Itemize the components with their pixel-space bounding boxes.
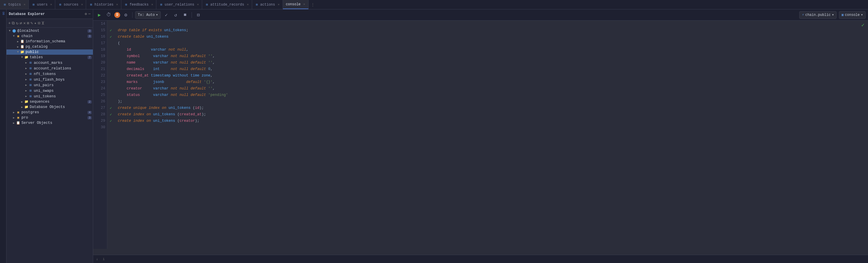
tab-topics[interactable]: ⊞ topics × <box>0 0 29 9</box>
code-token <box>144 66 153 72</box>
copy-icon[interactable]: ⧉ <box>12 21 15 26</box>
code-line: drop table if exists uni_tokens; <box>118 27 865 33</box>
tree-node-badge: 2 <box>88 100 92 104</box>
code-token: created_at <box>118 72 149 79</box>
tree-node-tables[interactable]: ▼📁tables7 <box>6 55 93 60</box>
tree-node-icon: ▣ <box>16 110 21 114</box>
code-token: creator <box>180 118 195 124</box>
tab-feedbacks[interactable]: ⊞ feedbacks × <box>121 0 156 9</box>
tab-close-users[interactable]: × <box>50 3 52 6</box>
tree-node-icon: ⊞ <box>28 94 33 98</box>
tab-close-attitude-records[interactable]: × <box>247 3 249 6</box>
tree-node-account_relations[interactable]: ▶⊞account_relations <box>6 66 93 71</box>
panel-title: Database Explorer <box>9 12 45 16</box>
tx-selector[interactable]: Tx: Auto ▾ <box>135 11 161 19</box>
tab-actions[interactable]: ⊞ actions × <box>252 0 283 9</box>
line-status-cell <box>108 85 113 92</box>
tree-node-public[interactable]: ▼📁public <box>6 50 93 55</box>
tab-close-console[interactable]: × <box>303 3 305 6</box>
commit-button[interactable]: ✓ <box>162 11 170 19</box>
tab-close-actions[interactable]: × <box>278 3 280 6</box>
delete-icon[interactable]: ✕ <box>23 21 26 26</box>
tree-node-chain[interactable]: ▼▣chain3 <box>6 33 93 39</box>
top-right-check: ✓ <box>861 22 865 28</box>
tree-node-icon: ▣ <box>16 116 21 120</box>
tree-node-label: public <box>26 50 92 54</box>
tab-close-user-relations[interactable]: × <box>197 3 199 6</box>
tab-overflow-button[interactable]: ⋮ <box>309 2 317 7</box>
tree-arrow: ▶ <box>12 111 16 114</box>
settings-icon[interactable]: ⚙ <box>85 12 87 16</box>
tree-node-nft_tokens[interactable]: ▶⊞nft_tokens <box>6 71 93 77</box>
tree-node-label: Database Objects <box>30 105 92 109</box>
line-number: 14 <box>95 21 105 27</box>
tab-sources[interactable]: ⊞ sources × <box>55 0 86 9</box>
tree-node-icon: 📋 <box>20 45 25 49</box>
tab-histories[interactable]: ⊞ histories × <box>86 0 121 9</box>
tree-node-pg_catalog[interactable]: ▶📋pg_catalog <box>6 44 93 50</box>
line-status-cell <box>108 79 113 85</box>
tree-node-sequences[interactable]: ▶📁sequences2 <box>6 99 93 105</box>
tree-node-uni_pairs[interactable]: ▶⊞uni_pairs <box>6 82 93 88</box>
tree-node-uni_tokens[interactable]: ▶⊞uni_tokens <box>6 93 93 99</box>
connection-selector[interactable]: ⚡ chain.public ▾ <box>799 11 837 19</box>
code-token: ( <box>191 105 195 111</box>
tab-attitude-records[interactable]: ⊞ attitude_records × <box>202 0 252 9</box>
filter-icon[interactable]: ⊻ <box>41 21 44 26</box>
format-button[interactable]: ⚙ <box>122 11 130 19</box>
run-button[interactable]: ▶ <box>95 11 103 19</box>
tree-node-icon: ⊞ <box>28 61 33 65</box>
tab-close-sources[interactable]: × <box>81 3 83 6</box>
rollback-button[interactable]: ↺ <box>172 11 180 19</box>
grid-view-button[interactable]: ⊟ <box>194 11 202 19</box>
stop-button[interactable]: ■ <box>181 11 189 19</box>
tree-node-server_objects[interactable]: ▶📋Server Objects <box>6 120 93 126</box>
tree-arrow: ▶ <box>12 116 16 119</box>
tree-node-@localhost[interactable]: ▼⬤@localhost3 <box>6 28 93 33</box>
line-status-cell <box>108 53 113 59</box>
tree-node-uni_flash_boys[interactable]: ▶⊞uni_flash_boys <box>6 77 93 82</box>
tab-user-relations[interactable]: ⊞ user_relations × <box>156 0 202 9</box>
tree-node-postgres[interactable]: ▶▣postgres4 <box>6 110 93 115</box>
code-line: ( <box>118 40 865 47</box>
console-selector[interactable]: ▣ console ▾ <box>839 11 866 19</box>
tree-node-information_schema[interactable]: ▶📋information_schema <box>6 39 93 44</box>
check-icon: ✓ <box>110 28 112 33</box>
tab-close-feedbacks[interactable]: × <box>151 3 153 6</box>
line-status-cell <box>108 47 113 53</box>
grid-icon[interactable]: ⊞ <box>27 21 29 26</box>
code-line: create table uni_tokens <box>118 33 865 40</box>
tree-node-icon: ⊞ <box>28 66 33 70</box>
add-icon[interactable]: + <box>8 21 10 26</box>
code-token: '' <box>208 53 213 59</box>
line-status-cell <box>108 124 113 130</box>
star-icon[interactable]: ✦ <box>34 21 36 26</box>
edit-icon[interactable]: ✎ <box>31 21 33 26</box>
tab-close-histories[interactable]: × <box>116 3 118 6</box>
tree-node-badge: 7 <box>88 56 92 59</box>
tab-console[interactable]: console × <box>283 0 309 9</box>
tree-node-icon: 📋 <box>16 121 21 125</box>
sidebar-strip-db[interactable]: DB <box>1 10 5 16</box>
tab-close-topics[interactable]: × <box>24 3 26 6</box>
refresh-icon[interactable]: ↻ <box>16 21 18 26</box>
search-icon2[interactable]: ⊡ <box>38 21 40 26</box>
tree-node-label: uni_flash_boys <box>34 78 92 82</box>
tree-node-account_marks[interactable]: ▶⊞account_marks <box>6 60 93 66</box>
editor-area[interactable]: 1415161718192021222324252627282930 ✓✓✓✓✓… <box>93 21 868 255</box>
tab-users[interactable]: ⊞ users × <box>29 0 56 9</box>
tree-node-uni_swaps[interactable]: ▶⊞uni_swaps <box>6 88 93 93</box>
sync-icon[interactable]: ⇄ <box>20 21 22 26</box>
tree-node-database_objects[interactable]: ▶📁Database Objects <box>6 105 93 110</box>
history-button[interactable]: ⏱ <box>105 11 113 19</box>
main-area: DB Database Explorer ⚙ ⋯ + ⧉ ↻ ⇄ ✕ ⊞ ✎ ✦… <box>0 9 868 263</box>
code-editor: 1415161718192021222324252627282930 ✓✓✓✓✓… <box>93 21 868 255</box>
code-line: creator varchar not null default '', <box>118 85 865 92</box>
code-token: 'pending' <box>208 92 228 98</box>
code-content[interactable]: drop table if exists uni_tokens;create t… <box>114 21 868 249</box>
tree-node-pro[interactable]: ▶▣pro3 <box>6 115 93 120</box>
code-token: symbol <box>118 53 140 59</box>
tree-node-label: Server Objects <box>22 121 92 125</box>
panel-close-icon[interactable]: ⋯ <box>88 12 91 16</box>
code-token: default <box>186 79 204 85</box>
